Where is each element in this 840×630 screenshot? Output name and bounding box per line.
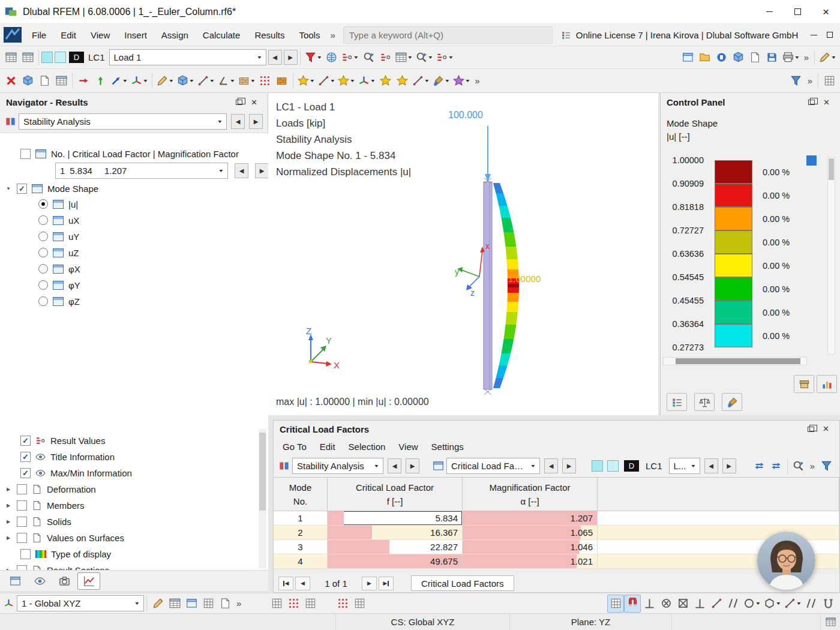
menu-file[interactable]: File (25, 24, 53, 46)
save-icon[interactable] (764, 49, 781, 67)
masonry-icon[interactable] (274, 72, 290, 90)
grid-display-icon[interactable] (268, 595, 285, 613)
cell-critical-load-factor[interactable]: 5.834 (328, 511, 463, 526)
checkbox-checked[interactable]: ✓ (20, 436, 31, 446)
col-header-critical-load-factor[interactable]: Critical Load Factorf [--] (328, 478, 463, 511)
component-option-ux[interactable]: uX (38, 213, 79, 227)
clf-menu-view[interactable]: View (392, 437, 424, 455)
component-option-phiy[interactable]: φY (38, 278, 80, 292)
view-minus-z-icon[interactable]: ▼ (109, 72, 129, 90)
grid-settings-icon[interactable] (302, 595, 319, 613)
scale-color-box[interactable] (715, 324, 752, 347)
move-plane-icon[interactable] (166, 595, 183, 613)
checkbox-checked[interactable]: ✓ (20, 468, 31, 478)
clf-menu-goto[interactable]: Go To (276, 437, 313, 455)
first-page-button[interactable]: ◀ (278, 577, 293, 590)
panel-display-options-button[interactable] (667, 393, 687, 411)
col-header-magnification-factor[interactable]: Magnification Factorα [--] (463, 478, 598, 511)
previous-view-icon[interactable] (36, 72, 53, 90)
navigator-close-button[interactable]: × (247, 96, 262, 109)
col-header-mode[interactable]: ModeNo. (274, 478, 328, 511)
clf-prev-analysis-button[interactable]: ◀ (388, 458, 401, 473)
result-values-icon[interactable]: ▼ (340, 49, 360, 67)
snap-grid-icon[interactable] (607, 595, 624, 613)
clf-prev-load-button[interactable]: ◀ (704, 458, 718, 473)
surface-load-icon[interactable]: ▼ (336, 72, 356, 90)
rotate-plane-icon[interactable] (183, 595, 200, 613)
cell-mode-no[interactable]: 2 (274, 526, 328, 540)
angle-icon[interactable]: ▼ (216, 72, 236, 90)
last-page-button[interactable]: ▶ (379, 577, 394, 590)
polyline-icon[interactable]: ▼ (410, 72, 431, 90)
radio[interactable] (38, 296, 48, 306)
checkbox-unchecked[interactable] (17, 484, 27, 494)
saved-scales-button[interactable] (794, 375, 814, 393)
minimize-button[interactable] (755, 0, 784, 23)
result-grid-icon[interactable]: ▼ (394, 49, 414, 67)
next-mode-button[interactable]: ▶ (255, 163, 268, 178)
cell-magnification-factor[interactable]: 1.021 (463, 554, 598, 569)
radio[interactable] (38, 280, 48, 290)
mode-shape-deformation[interactable] (493, 183, 519, 388)
new-window-icon[interactable] (680, 49, 697, 67)
scale-horizontal-scrollbar[interactable] (663, 357, 807, 365)
clamp-icon[interactable] (820, 595, 836, 613)
next-page-button[interactable]: ▶ (362, 577, 377, 590)
prev-page-button[interactable]: ◀ (295, 577, 310, 590)
menu-view[interactable]: View (83, 24, 117, 46)
search-input[interactable] (349, 30, 547, 40)
clf-next-result-button[interactable]: ▶ (562, 458, 576, 473)
option-solids[interactable]: ▶Solids (5, 514, 71, 529)
snap-square-icon[interactable] (641, 595, 658, 613)
scale-color-box[interactable] (715, 207, 752, 230)
clf-prev-result-button[interactable]: ◀ (544, 458, 558, 473)
checkbox-unchecked[interactable] (17, 533, 27, 543)
snap-circle-cross-icon[interactable] (658, 595, 674, 613)
clf-float-button[interactable] (803, 422, 818, 436)
special-objects-icon[interactable]: ▼ (451, 72, 472, 90)
new-chart-icon[interactable] (53, 72, 70, 90)
clf-next-analysis-button[interactable]: ▶ (406, 458, 419, 473)
toolbar2-overflow[interactable]: » (472, 76, 482, 86)
snap-center-icon[interactable]: ▼ (742, 595, 762, 613)
component-option-uz[interactable]: uZ (38, 245, 79, 260)
work-plane-icon[interactable]: ▼ (155, 72, 175, 90)
checkbox-unchecked[interactable] (20, 149, 31, 159)
show-result-values-icon[interactable] (360, 49, 377, 67)
snap-polygon-icon[interactable]: ▼ (762, 595, 782, 613)
paint-icon[interactable]: ▼ (431, 72, 451, 90)
option-values-on-surfaces[interactable]: ▶Values on Surfaces (5, 530, 124, 545)
analysis-select[interactable]: Stability Analysis ▼ (19, 113, 227, 130)
menu-edit[interactable]: Edit (53, 24, 83, 46)
expander-open-icon[interactable]: ▼ (5, 186, 12, 191)
isometric-view-icon[interactable] (19, 72, 36, 90)
node-displacement-icon[interactable]: ▼ (356, 72, 377, 90)
sync-view-icon[interactable] (768, 457, 785, 475)
plane-overflow[interactable]: » (233, 598, 244, 608)
values-on-model-icon[interactable]: ▼ (434, 49, 455, 67)
design-situation-badge[interactable]: D (69, 52, 84, 63)
radio-selected[interactable] (38, 199, 48, 209)
delete-results-icon[interactable] (2, 72, 19, 90)
display-swatch-1[interactable] (41, 52, 53, 63)
zoom-values-icon[interactable]: ▼ (414, 49, 434, 67)
tree-item-mode-shape[interactable]: ▼ ✓ Mode Shape (5, 181, 98, 196)
toolbar2-overflow-2[interactable]: » (805, 76, 815, 86)
navigator-scrollbar[interactable] (259, 429, 266, 568)
clf-menu-settings[interactable]: Settings (425, 437, 470, 455)
tab-critical-load-factors[interactable]: Critical Load Factors (411, 575, 514, 591)
clf-load-select[interactable]: L...▼ (669, 458, 700, 474)
checkbox-unchecked[interactable] (17, 565, 27, 571)
view-y-icon[interactable] (92, 72, 109, 90)
scale-marker[interactable] (806, 155, 817, 166)
next-load-case-button[interactable]: ▶ (284, 50, 298, 65)
component-option-phix[interactable]: φX (38, 262, 80, 276)
radio[interactable] (38, 232, 48, 241)
render-mode-icon[interactable]: ▼ (175, 72, 196, 90)
tab-views-navigator[interactable] (53, 572, 76, 590)
layout-restore-icon[interactable] (827, 32, 833, 38)
model-check-icon[interactable] (377, 72, 394, 90)
snap-perpendicular-icon[interactable] (691, 595, 708, 613)
option-deformation[interactable]: ▶Deformation (5, 482, 96, 496)
panel-scale-button[interactable] (694, 393, 715, 411)
